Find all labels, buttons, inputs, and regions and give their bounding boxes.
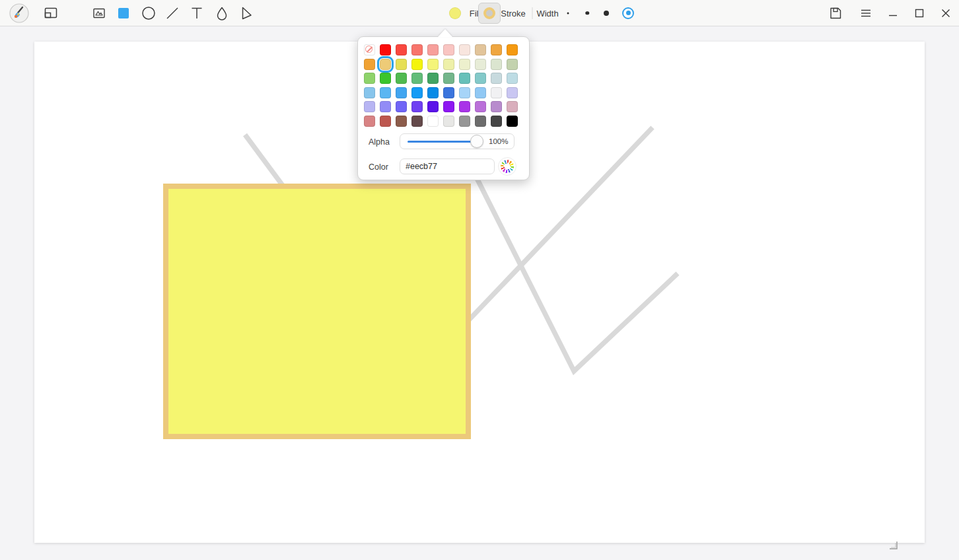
- swatch-dbe5cf[interactable]: [491, 59, 502, 70]
- drawn-rectangle: [166, 186, 468, 437]
- swatch-f4f478[interactable]: [427, 59, 439, 70]
- swatch-e6df55[interactable]: [396, 59, 407, 70]
- swatch-3bc52c[interactable]: [380, 73, 391, 84]
- fill-color-button[interactable]: [449, 7, 461, 19]
- tool-ellipse[interactable]: [139, 3, 159, 23]
- swatch-ffffff[interactable]: [427, 116, 439, 127]
- swatch-73b68b[interactable]: [443, 73, 454, 84]
- swatch-41a5f0[interactable]: [396, 87, 407, 98]
- swatch-b7b5f3[interactable]: [364, 101, 375, 112]
- swatch-a6d4f8[interactable]: [459, 87, 470, 98]
- swatch-e7ecd7[interactable]: [475, 59, 486, 70]
- swatch-eecb77[interactable]: [380, 59, 391, 70]
- swatch-454545[interactable]: [491, 116, 502, 127]
- swatch-969696[interactable]: [459, 116, 470, 127]
- swatch-bddce4[interactable]: [507, 73, 518, 84]
- swatch-83c9c9[interactable]: [475, 73, 486, 84]
- swatch-no-color[interactable]: [364, 44, 375, 55]
- custom-color-button[interactable]: [498, 157, 516, 176]
- toolbar-separator: [532, 7, 533, 19]
- swatch-644a4b[interactable]: [411, 116, 423, 127]
- swatch-6f40f2[interactable]: [411, 101, 423, 112]
- fill-swatch: [449, 7, 461, 19]
- swatch-a933e8[interactable]: [459, 101, 470, 112]
- swatch-f4f40a[interactable]: [411, 59, 423, 70]
- rectangle-tool-icon: [116, 6, 131, 20]
- swatch-5a13e9[interactable]: [427, 101, 439, 112]
- swatch-f79f9b[interactable]: [427, 44, 439, 55]
- maximize-icon: [912, 6, 927, 20]
- swatch-c9c6f2[interactable]: [507, 87, 518, 98]
- swatch-f9483f[interactable]: [396, 44, 407, 55]
- tool-line[interactable]: [162, 3, 182, 23]
- color-wheel-icon: [501, 160, 514, 173]
- alpha-value: 100%: [489, 137, 508, 145]
- swatch-efa640[interactable]: [491, 44, 502, 55]
- swatch-c3d2ae[interactable]: [507, 59, 518, 70]
- width-radio-selected-icon: [622, 7, 634, 19]
- swatch-67c0b9[interactable]: [459, 73, 470, 84]
- close-button[interactable]: [936, 3, 956, 23]
- width-option-medium[interactable]: [585, 11, 589, 15]
- swatch-928cf6[interactable]: [380, 101, 391, 112]
- swatch-f0a233[interactable]: [364, 59, 375, 70]
- swatch-42a463[interactable]: [427, 73, 439, 84]
- swatch-90c8f4[interactable]: [475, 87, 486, 98]
- color-hex-input[interactable]: [400, 158, 495, 174]
- swatch-3a74dd[interactable]: [443, 87, 454, 98]
- app-icon: [9, 3, 30, 23]
- swatch-bd574f[interactable]: [380, 116, 391, 127]
- canvas-resize-grip[interactable]: [888, 540, 899, 551]
- swatch-b88ccd[interactable]: [491, 101, 502, 112]
- swatch-149bf5[interactable]: [411, 87, 423, 98]
- swatch-e7e7e5[interactable]: [443, 116, 454, 127]
- swatch-f59a11[interactable]: [507, 44, 518, 55]
- close-icon: [939, 6, 953, 20]
- stroke-swatch: [483, 7, 495, 19]
- width-option-small[interactable]: [567, 12, 569, 14]
- swatch-f1f1f3[interactable]: [491, 87, 502, 98]
- swatch-50ba50[interactable]: [396, 73, 407, 84]
- main-menu-button[interactable]: [856, 3, 876, 23]
- swatch-f8e5de[interactable]: [459, 44, 470, 55]
- tool-eyedropper[interactable]: [212, 3, 232, 23]
- menu-icon: [859, 6, 873, 20]
- swatch-8ed36b[interactable]: [364, 73, 375, 84]
- tool-rectangle-active[interactable]: [114, 3, 133, 23]
- tool-polygon[interactable]: [236, 3, 256, 23]
- width-option-selected[interactable]: [622, 7, 634, 19]
- save-button[interactable]: [826, 3, 845, 23]
- swatch-7065f6[interactable]: [396, 101, 407, 112]
- tool-insert-image[interactable]: [89, 3, 109, 23]
- alpha-slider[interactable]: 100%: [400, 133, 515, 149]
- app-menu-button[interactable]: [9, 3, 30, 23]
- swatch-e2c49a[interactable]: [475, 44, 486, 55]
- alpha-slider-handle[interactable]: [470, 135, 483, 148]
- swatch-f8756c[interactable]: [411, 44, 423, 55]
- swatch-5ab6f2[interactable]: [380, 87, 391, 98]
- swatch-d9aebc[interactable]: [507, 101, 518, 112]
- swatch-edf0cd[interactable]: [459, 59, 470, 70]
- tool-text[interactable]: [187, 3, 207, 23]
- swatch-6c6c6c[interactable]: [475, 116, 486, 127]
- swatch-8d17f2[interactable]: [443, 101, 454, 112]
- swatch-068be7[interactable]: [427, 87, 439, 98]
- swatch-87c5ec[interactable]: [364, 87, 375, 98]
- swatch-8c5c4b[interactable]: [396, 116, 407, 127]
- minimize-button[interactable]: [883, 3, 903, 23]
- stroke-color-button[interactable]: [478, 3, 501, 24]
- swatch-fb0a0a[interactable]: [380, 44, 391, 55]
- ellipse-tool-icon: [141, 5, 157, 21]
- width-option-large[interactable]: [604, 11, 609, 16]
- window-pages-button[interactable]: [41, 3, 61, 23]
- swatch-eef0a8[interactable]: [443, 59, 454, 70]
- swatch-c7dade[interactable]: [491, 73, 502, 84]
- app-window: Fill Stroke Width: [0, 0, 959, 560]
- maximize-button[interactable]: [909, 3, 929, 23]
- swatch-000000[interactable]: [507, 116, 518, 127]
- swatch-62bd79[interactable]: [411, 73, 423, 84]
- swatch-d88384[interactable]: [364, 116, 375, 127]
- text-tool-icon: [189, 5, 205, 21]
- swatch-f9c5c2[interactable]: [443, 44, 454, 55]
- swatch-ba6fd9[interactable]: [475, 101, 486, 112]
